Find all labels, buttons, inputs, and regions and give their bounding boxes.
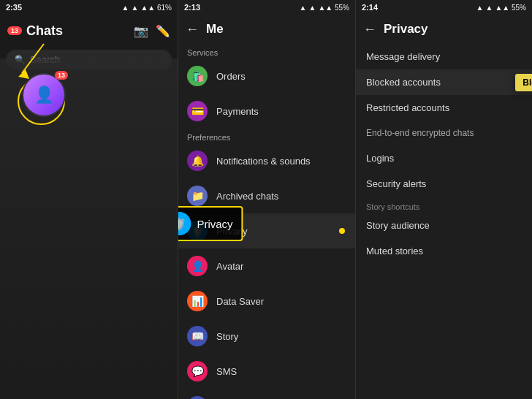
story-label: Story [216,331,238,342]
privacy-item-restricted[interactable]: Restricted accounts [356,95,532,121]
story-icon: 📖 [187,326,208,346]
signal-icon-privacy: ▲ [476,4,484,12]
status-icons-me: ▲ ▲ ▲▲ 55% [300,4,349,12]
me-header: ← Me [178,15,355,44]
back-arrow-privacy[interactable]: ← [363,22,376,37]
menu-item-sms[interactable]: 💬 SMS [178,354,355,389]
restricted-accounts-label: Restricted accounts [366,102,449,113]
e2e-label: End-to-end encrypted chats [366,128,474,138]
menu-item-datasaver[interactable]: 📊 Data Saver [178,284,355,319]
muted-stories-label: Muted stories [366,246,423,256]
privacy-item-message-delivery[interactable]: Message delivery [356,44,532,69]
privacy-item-e2e[interactable]: End-to-end encrypted chats [356,121,532,145]
battery-privacy: ▲▲ 55% [495,4,526,12]
notification-badge-header: 13 [7,26,22,35]
header-icons: 📷 ✏️ [134,24,170,38]
datasaver-icon: 📊 [187,291,208,311]
archived-label: Archived chats [216,191,278,202]
svg-line-0 [22,44,44,73]
menu-item-contacts[interactable]: 👥 Phone contacts [178,389,355,399]
menu-item-story[interactable]: 📖 Story [178,319,355,354]
status-bar-privacy: 2:14 ▲ ▲ ▲▲ 55% [356,0,532,15]
me-title: Me [206,22,224,37]
notifications-icon: 🔔 [187,151,208,171]
time-me: 2:13 [184,3,200,12]
battery-me: ▲▲ 55% [318,4,349,12]
privacy-item-muted[interactable]: Muted stories [356,238,532,264]
orders-icon: 🛍️ [187,66,208,86]
privacy-shield-icon: 🛡️ [178,212,191,235]
menu-item-avatar[interactable]: 👤 Avatar [178,248,355,284]
security-alerts-label: Security alerts [366,178,426,189]
avatar-badge: 13 [55,71,68,80]
status-icons-chats: ▲ ▲ ▲▲ 61% [122,4,172,12]
archived-icon: 📁 [187,186,208,206]
datasaver-label: Data Saver [216,296,264,307]
wifi-icon-privacy: ▲ [486,4,493,12]
menu-item-orders[interactable]: 🛍️ Orders [178,58,355,94]
me-panel: 2:13 ▲ ▲ ▲▲ 55% ← Me Services 🛍️ Orders … [178,0,355,399]
preferences-section-label: Preferences [178,129,355,143]
avatar[interactable]: 👤 13 [22,73,66,117]
chats-panel: 2:35 ▲ ▲ ▲▲ 61% 13 Chats 📷 ✏️ 🔍 👤 13 [0,0,178,399]
story-shortcuts-section: Story shortcuts [356,197,532,213]
wifi-icon: ▲ [132,4,139,12]
contacts-icon: 👥 [187,396,208,399]
story-audience-label: Story audience [366,220,430,231]
payments-label: Payments [216,106,259,117]
message-delivery-label: Message delivery [366,51,440,62]
privacy-popup: 🛡️ Privacy [178,206,243,241]
orders-label: Orders [216,71,246,82]
time-privacy: 2:14 [362,3,378,12]
avatar-settings-icon: 👤 [187,256,208,276]
time-chats: 2:35 [6,3,22,12]
back-arrow-me[interactable]: ← [186,22,199,37]
sms-label: SMS [216,366,237,377]
privacy-header: ← Privacy [356,15,532,44]
privacy-title: Privacy [384,22,428,37]
privacy-item-logins[interactable]: Logins [356,145,532,171]
payments-icon: 💳 [187,101,208,121]
status-icons-privacy: ▲ ▲ ▲▲ 55% [476,4,526,12]
menu-item-notifications[interactable]: 🔔 Notifications & sounds [178,143,355,178]
status-bar-chats: 2:35 ▲ ▲ ▲▲ 61% [0,0,178,15]
blocked-tooltip-text: Blocked accounts [522,77,532,88]
compose-icon[interactable]: ✏️ [156,24,170,38]
notifications-label: Notifications & sounds [216,156,311,167]
blocked-accounts-tooltip: Blocked accounts [515,74,532,91]
blocked-accounts-label: Blocked accounts [366,77,441,88]
privacy-panel: 2:14 ▲ ▲ ▲▲ 55% ← Privacy Message delive… [355,0,532,399]
avatar-label: Avatar [216,261,243,272]
menu-item-payments[interactable]: 💳 Payments [178,94,355,129]
status-bar-me: 2:13 ▲ ▲ ▲▲ 55% [178,0,355,15]
privacy-yellow-dot [339,228,345,234]
privacy-item-blocked[interactable]: Blocked accounts Blocked accounts [356,69,532,95]
signal-icon-me: ▲ [300,4,307,12]
privacy-popup-label: Privacy [197,218,232,230]
privacy-item-security[interactable]: Security alerts [356,171,532,197]
sms-icon: 💬 [187,361,208,381]
wifi-icon-me: ▲ [309,4,316,12]
privacy-item-story-audience[interactable]: Story audience [356,213,532,238]
battery-icon: ▲▲ 61% [140,4,172,12]
menu-item-privacy[interactable]: 🛡️ Privacy 🛡️ Privacy [178,213,355,248]
signal-icon: ▲ [122,4,129,12]
camera-icon[interactable]: 📷 [134,24,148,38]
logins-label: Logins [366,153,394,164]
services-section-label: Services [178,44,355,58]
